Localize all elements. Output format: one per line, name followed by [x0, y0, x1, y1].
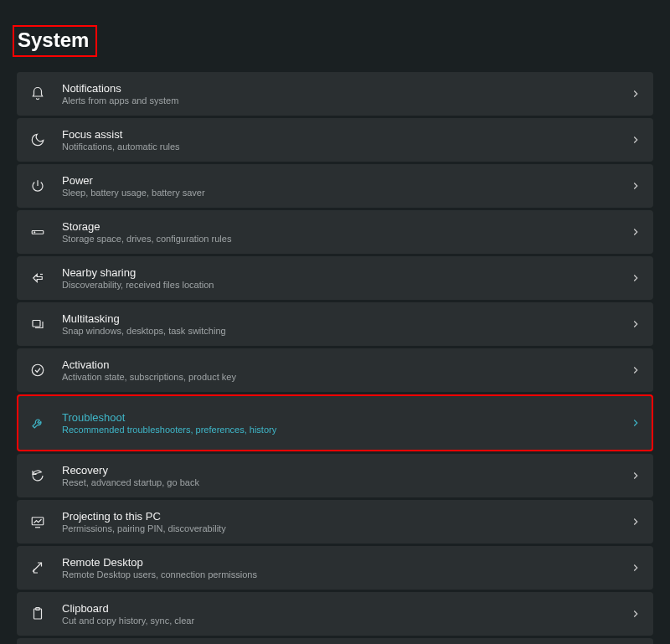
- item-text: PowerSleep, battery usage, battery saver: [62, 174, 630, 198]
- settings-item-clipboard[interactable]: ClipboardCut and copy history, sync, cle…: [17, 592, 653, 636]
- item-subtitle: Snap windows, desktops, task switching: [62, 326, 630, 336]
- item-title: Troubleshoot: [62, 411, 630, 424]
- item-title: Notifications: [62, 82, 630, 95]
- item-title: Focus assist: [62, 128, 630, 141]
- item-text: TroubleshootRecommended troubleshooters,…: [62, 411, 630, 435]
- item-subtitle: Permissions, pairing PIN, discoverabilit…: [62, 523, 630, 533]
- item-title: Remote Desktop: [62, 556, 630, 569]
- chevron-right-icon: [630, 516, 642, 528]
- settings-item-storage[interactable]: StorageStorage space, drives, configurat…: [17, 210, 653, 254]
- item-title: Multitasking: [62, 312, 630, 325]
- item-title: Activation: [62, 358, 630, 371]
- item-text: Focus assistNotifications, automatic rul…: [62, 128, 630, 152]
- activation-icon: [28, 361, 47, 379]
- item-subtitle: Storage space, drives, configuration rul…: [62, 234, 630, 244]
- focus-assist-icon: [28, 131, 47, 149]
- item-subtitle: Alerts from apps and system: [62, 95, 630, 106]
- item-subtitle: Recommended troubleshooters, preferences…: [62, 425, 630, 435]
- item-subtitle: Discoverability, received files location: [62, 280, 630, 290]
- item-subtitle: Remote Desktop users, connection permiss…: [62, 569, 630, 580]
- chevron-right-icon: [630, 226, 642, 238]
- clipboard-icon: [28, 605, 47, 623]
- chevron-right-icon: [630, 318, 642, 330]
- chevron-right-icon: [630, 88, 642, 100]
- chevron-right-icon: [630, 364, 642, 376]
- item-title: Clipboard: [62, 602, 630, 615]
- settings-item-remote-desktop[interactable]: Remote DesktopRemote Desktop users, conn…: [17, 546, 653, 590]
- storage-icon: [28, 223, 47, 241]
- chevron-right-icon: [630, 134, 642, 146]
- item-text: NotificationsAlerts from apps and system: [62, 82, 630, 106]
- item-title: Recovery: [62, 464, 630, 477]
- item-subtitle: Notifications, automatic rules: [62, 142, 630, 152]
- settings-list: NotificationsAlerts from apps and system…: [0, 72, 670, 644]
- settings-item-nearby-sharing[interactable]: Nearby sharingDiscoverability, received …: [17, 256, 653, 300]
- chevron-right-icon: [630, 470, 642, 482]
- item-text: StorageStorage space, drives, configurat…: [62, 220, 630, 244]
- item-text: Nearby sharingDiscoverability, received …: [62, 266, 630, 290]
- item-text: Remote DesktopRemote Desktop users, conn…: [62, 556, 630, 580]
- settings-item-focus-assist[interactable]: Focus assistNotifications, automatic rul…: [17, 118, 653, 162]
- item-text: RecoveryReset, advanced startup, go back: [62, 464, 630, 487]
- svg-point-1: [34, 232, 35, 233]
- item-subtitle: Sleep, battery usage, battery saver: [62, 188, 630, 198]
- item-text: ActivationActivation state, subscription…: [62, 358, 630, 382]
- item-subtitle: Activation state, subscriptions, product…: [62, 372, 630, 382]
- chevron-right-icon: [630, 562, 642, 574]
- item-title: Storage: [62, 220, 630, 233]
- multitasking-icon: [28, 315, 47, 333]
- chevron-right-icon: [630, 272, 642, 284]
- nearby-sharing-icon: [28, 269, 47, 287]
- item-title: Power: [62, 174, 630, 187]
- page-header: System: [0, 0, 670, 72]
- page-title: System: [13, 25, 97, 57]
- item-text: ClipboardCut and copy history, sync, cle…: [62, 602, 630, 626]
- projecting-icon: [28, 513, 47, 531]
- recovery-icon: [28, 466, 47, 485]
- remote-desktop-icon: [28, 559, 47, 577]
- notifications-icon: [28, 85, 47, 103]
- power-icon: [28, 177, 47, 195]
- chevron-right-icon: [630, 180, 642, 192]
- settings-item-recovery[interactable]: RecoveryReset, advanced startup, go back: [17, 454, 653, 497]
- item-title: Nearby sharing: [62, 266, 630, 279]
- item-subtitle: Cut and copy history, sync, clear: [62, 616, 630, 626]
- settings-item-troubleshoot[interactable]: TroubleshootRecommended troubleshooters,…: [17, 394, 653, 451]
- item-text: MultitaskingSnap windows, desktops, task…: [62, 312, 630, 336]
- settings-item-activation[interactable]: ActivationActivation state, subscription…: [17, 348, 653, 392]
- settings-item-projecting[interactable]: Projecting to this PCPermissions, pairin…: [17, 500, 653, 544]
- svg-rect-2: [33, 321, 40, 327]
- item-text: Projecting to this PCPermissions, pairin…: [62, 510, 630, 533]
- troubleshoot-icon: [28, 414, 47, 432]
- settings-item-about[interactable]: AboutDevice specifications, rename PC, W…: [17, 638, 653, 644]
- item-subtitle: Reset, advanced startup, go back: [62, 477, 630, 487]
- settings-item-power[interactable]: PowerSleep, battery usage, battery saver: [17, 164, 653, 208]
- chevron-right-icon: [630, 608, 642, 620]
- item-title: Projecting to this PC: [62, 510, 630, 523]
- chevron-right-icon: [630, 417, 642, 429]
- settings-item-multitasking[interactable]: MultitaskingSnap windows, desktops, task…: [17, 302, 653, 346]
- settings-item-notifications[interactable]: NotificationsAlerts from apps and system: [17, 72, 653, 116]
- svg-point-3: [32, 364, 44, 376]
